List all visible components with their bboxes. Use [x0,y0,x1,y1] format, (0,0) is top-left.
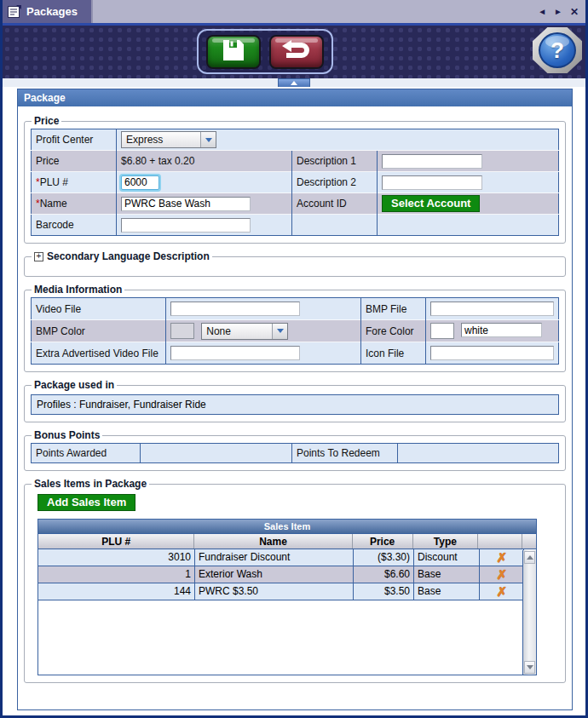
plu-input[interactable] [121,175,159,190]
package-used-in-section: Package used in Profiles : Fundraiser, F… [24,379,566,422]
points-to-redeem-label: Points To Redeem [292,444,398,463]
plu-row: *PLU # Description 2 [32,172,559,193]
cell-price: $3.50 [354,583,414,600]
bmp-file-input[interactable] [430,302,554,316]
fore-color-input[interactable] [461,323,542,337]
plu-label: PLU # [40,176,68,188]
scroll-down-button[interactable] [524,661,535,674]
toolbar-button-group [197,29,333,74]
description1-input[interactable] [382,154,482,169]
video-file-input[interactable] [170,302,300,316]
points-awarded-label: Points Awarded [32,444,141,463]
scroll-up-button[interactable] [524,551,535,564]
back-button[interactable] [269,35,324,69]
price-row: Price $6.80 + tax 0.20 Description 1 [32,151,559,172]
barcode-row: Barcode [32,215,559,236]
price-table: Profit Center Express Price $6.80 + tax … [31,129,559,236]
chevron-down-icon [200,132,216,147]
column-header-name[interactable]: Name [194,534,352,549]
bmp-color-swatch[interactable] [170,323,194,339]
scroll-tabs-right-icon[interactable]: ► [554,8,562,16]
secondary-language-legend: Secondary Language Description [47,250,210,262]
tab-packages[interactable]: Packages [3,0,93,23]
price-legend: Price [32,115,61,127]
profit-center-select[interactable]: Express [121,131,216,148]
tab-label: Packages [26,5,78,18]
cell-plu: 3010 [38,549,195,566]
select-account-button[interactable]: Select Account [382,195,480,212]
package-used-in-legend: Package used in [32,379,117,391]
bmp-color-select[interactable]: None [201,323,288,340]
down-triangle-icon [527,665,533,669]
media-legend: Media Information [32,284,124,296]
plus-icon: + [37,252,42,261]
sales-item-row[interactable]: 3010 Fundraiser Discount ($3.30) Discoun… [38,549,524,566]
secondary-language-section: + Secondary Language Description [24,250,566,277]
bmp-color-label: BMP Color [32,320,166,342]
panel-title: Package [18,89,572,106]
bmp-color-value: None [202,325,272,337]
panel-collapse-strip [3,78,585,87]
profit-center-row: Profit Center Express [32,129,559,151]
up-triangle-icon [291,81,297,85]
document-edit-icon [8,5,21,18]
tab-strip: Packages ◄ ► ✕ [3,0,585,23]
close-icon[interactable]: ✕ [570,7,579,17]
extra-video-label: Extra Advertised Video File [32,342,166,365]
account-id-label: Account ID [292,193,378,215]
help-button[interactable]: ? [533,27,582,73]
cell-type: Base [414,583,480,600]
cell-type: Discount [414,549,480,566]
points-awarded-value [141,444,292,463]
question-glyph: ? [551,39,564,61]
price-label: Price [32,151,117,172]
extra-video-row: Extra Advertised Video File Icon File [32,342,559,365]
bonus-points-row: Points Awarded Points To Redeem [32,444,559,463]
page-content: Package Price Profit Center Express [3,87,585,718]
delete-row-icon[interactable]: ✗ [496,568,507,581]
scroll-tabs-left-icon[interactable]: ◄ [538,8,546,16]
collapse-toolbar-button[interactable] [278,78,310,87]
chevron-down-icon [272,324,287,339]
sales-items-legend: Sales Items in Package [32,478,149,490]
column-header-price[interactable]: Price [353,534,413,549]
bonus-points-section: Bonus Points Points Awarded Points To Re… [24,429,566,471]
bonus-points-table: Points Awarded Points To Redeem [31,443,559,463]
column-header-type[interactable]: Type [413,534,479,549]
sales-item-row[interactable]: 144 PWRC $3.50 $3.50 Base ✗ [38,583,524,600]
video-file-label: Video File [32,298,166,320]
name-label: Name [40,198,67,210]
cell-name: Fundraiser Discount [195,549,354,566]
delete-row-icon[interactable]: ✗ [496,551,507,564]
icon-file-input[interactable] [430,346,554,360]
description2-input[interactable] [382,175,482,190]
fore-color-swatch[interactable] [430,323,454,339]
sales-items-section: Sales Items in Package Add Sales Item Sa… [24,478,566,683]
package-panel: Package Price Profit Center Express [17,89,573,710]
expand-section-button[interactable]: + [34,252,43,261]
packages-window: Packages ◄ ► ✕ [0,0,588,718]
price-value: $6.80 + tax 0.20 [117,151,292,172]
sales-item-column-headers: PLU # Name Price Type [38,534,536,549]
name-input[interactable] [121,197,251,211]
cell-price: $6.60 [354,566,414,583]
cell-type: Base [414,566,480,583]
sales-item-row[interactable]: 1 Exterior Wash $6.60 Base ✗ [38,566,524,583]
description1-label: Description 1 [292,151,378,172]
name-row: *Name Account ID Select Account [32,193,559,215]
cell-name: PWRC $3.50 [195,583,354,600]
add-sales-item-button[interactable]: Add Sales Item [37,494,135,511]
column-header-plu[interactable]: PLU # [38,534,194,549]
save-button[interactable] [206,35,261,69]
undo-arrow-icon [281,40,312,64]
delete-row-icon[interactable]: ✗ [496,585,507,598]
cell-price: ($3.30) [354,549,414,566]
barcode-input[interactable] [121,218,251,233]
column-header-actions [478,534,522,549]
sales-item-table-header: Sales Item [38,520,536,534]
profiles-info: Profiles : Fundraiser, Fundraiser Ride [31,394,559,415]
table-scrollbar[interactable] [522,550,536,675]
icon-file-label: Icon File [360,342,425,365]
extra-video-input[interactable] [170,346,300,360]
media-section: Media Information Video File BMP File BM… [24,284,566,372]
